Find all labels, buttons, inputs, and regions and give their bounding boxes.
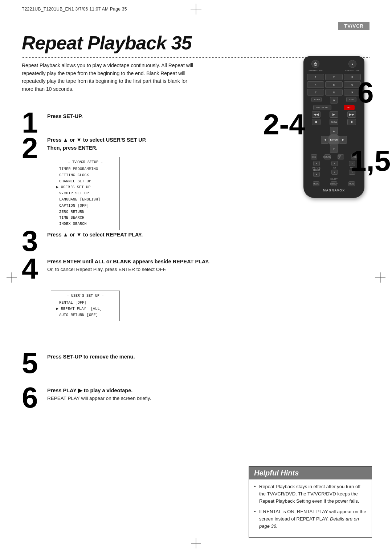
menu2-title: – USER'S SET UP – xyxy=(56,293,114,299)
menu1-title: – TV/VCR SETUP – xyxy=(56,159,114,165)
menu1-item-5: V-CHIP SET UP xyxy=(56,190,114,197)
btn-8[interactable]: 8 xyxy=(325,89,342,96)
menu1-item-3: CHANNEL SET UP xyxy=(56,178,114,185)
step-3-num: 3 xyxy=(22,227,38,256)
btn-1[interactable]: 1 xyxy=(307,74,324,80)
transport-row: ◀◀ ▶ ▶▶ xyxy=(307,111,361,118)
picture-up[interactable]: ▲ xyxy=(313,161,320,166)
open-close-btn[interactable]: ▲ OPEN/CLOSE xyxy=(348,60,356,68)
doc-ref: T2221UB_T1201UB_EN1 3/7/06 11:07 AM Page… xyxy=(22,7,127,12)
step-5-num: 5 xyxy=(22,349,38,378)
display-btn[interactable]: DISPLAY xyxy=(331,181,337,186)
standby-btn[interactable]: ⏻ STANDBY·ON xyxy=(311,60,319,68)
step-1-title: Press SET-UP. xyxy=(47,113,214,121)
crosshair-bottom xyxy=(191,538,201,548)
step-6-title: Press PLAY ▶ to play a videotape. xyxy=(47,387,214,395)
btn-9[interactable]: 9 xyxy=(344,89,361,96)
dpad-down[interactable]: ▼ xyxy=(330,145,338,153)
vol-up[interactable]: ▲ xyxy=(349,161,355,166)
menu1-item-1: TIMER PROGRAMMING xyxy=(56,166,114,172)
dpad: ▲ ◀ ENTER ▶ ▼ xyxy=(321,127,347,153)
rec-row: REC MODE REC xyxy=(307,105,361,110)
number-grid: 1 2 3 4 5 6 7 8 9 xyxy=(307,74,361,96)
crosshair-right xyxy=(375,272,385,283)
menu1-item-9: TIME SEARCH xyxy=(56,215,114,221)
step-3-title: Press ▲ or ▼ to select REPEAT PLAY. xyxy=(47,231,214,239)
slow-btn[interactable]: SLOW xyxy=(330,119,338,125)
stop-row: ■ SLOW ⏸ xyxy=(307,119,361,125)
remote-top-row: ⏻ STANDBY·ON ▲ OPEN/CLOSE xyxy=(307,60,361,68)
clear-btn[interactable]: CLEAR xyxy=(311,97,322,102)
remote: ⏻ STANDBY·ON ▲ OPEN/CLOSE 1 2 3 4 5 6 7 … xyxy=(303,56,364,198)
mode-btn[interactable]: MODE xyxy=(313,181,319,186)
step-5-title: Press SET-UP to remove the menu. xyxy=(47,353,214,361)
title-text: Repeat Playback xyxy=(22,32,166,53)
step-2-num: 2 xyxy=(22,134,38,163)
btn-7[interactable]: 7 xyxy=(307,89,324,96)
crosshair-left xyxy=(7,272,17,283)
dpad-container: ▲ ◀ ENTER ▶ ▼ xyxy=(307,127,361,153)
menu1-item-10: INDEX SEARCH xyxy=(56,221,114,227)
menu2-box: – USER'S SET UP – RENTAL [OFF] REPEAT PL… xyxy=(51,291,120,321)
rec-mode-btn[interactable]: REC MODE xyxy=(313,105,331,110)
title-btn[interactable]: TITLE xyxy=(351,154,358,159)
ch-up[interactable]: ▲ xyxy=(331,161,338,166)
hints-body: Repeat Playback stays in effect after yo… xyxy=(249,479,372,537)
btn-6[interactable]: 6 xyxy=(344,81,361,88)
menu1-item-7: CAPTION [OFF] xyxy=(56,203,114,209)
step-4-num: 4 xyxy=(22,254,38,283)
btn-5[interactable]: 5 xyxy=(325,81,342,88)
rewind-btn[interactable]: ◀◀ xyxy=(312,111,320,118)
intro-text: Repeat Playback allows you to play a vid… xyxy=(22,62,200,93)
step-6-body: REPEAT PLAY will appear on the screen br… xyxy=(47,395,214,402)
magnavox-brand: MAGNAVOX xyxy=(307,189,361,192)
btn-4[interactable]: 4 xyxy=(307,81,324,88)
step-2-block: Press ▲ or ▼ to select USER'S SET UP.The… xyxy=(47,136,214,152)
menu1-item-6: LANGUAGE [ENGLISH] xyxy=(56,197,114,203)
menu2-item-3: AUTO RETURN [OFF] xyxy=(56,312,114,318)
page-num: 35 xyxy=(171,32,192,53)
plus100-btn[interactable]: +100 xyxy=(346,97,356,102)
helpful-hints-box: Helpful Hints Repeat Playback stays in e… xyxy=(249,466,372,538)
page-container: T2221UB_T1201UB_EN1 3/7/06 11:07 AM Page… xyxy=(0,0,392,555)
rec-btn[interactable]: REC xyxy=(344,105,355,110)
fast-forward-btn[interactable]: ▶▶ xyxy=(347,111,356,118)
pause-btn[interactable]: ⏸ xyxy=(347,119,356,125)
return-btn[interactable]: RETURN xyxy=(324,154,331,159)
menu1-item-4: USER'S SET UP xyxy=(56,184,114,190)
special-row: CLEAR 0 +100 xyxy=(307,97,361,104)
play-btn[interactable]: ▶ xyxy=(330,111,338,118)
menu2-item-2: REPEAT PLAY –[ALL]– xyxy=(56,306,114,312)
overlay-2-4: 2-4 xyxy=(263,110,305,139)
disc-btn[interactable]: DISC xyxy=(311,154,317,159)
step-6-block: Press PLAY ▶ to play a videotape. REPEAT… xyxy=(47,387,214,402)
mute-btn[interactable]: MUTE xyxy=(348,181,355,186)
dpad-left[interactable]: ◀ xyxy=(321,136,329,144)
step-4-body: Or, to cancel Repeat Play, press ENTER t… xyxy=(47,266,214,273)
page-title: Repeat Playback 35 xyxy=(22,32,369,54)
return-setup-row: DISC RETURN SET-UP TITLE xyxy=(307,154,361,159)
picture-down[interactable]: ▼ xyxy=(313,172,320,177)
hint-2: If RENTAL is ON, RENTAL PLAY will appear… xyxy=(254,508,367,530)
dpad-right[interactable]: ▶ xyxy=(339,136,347,144)
btn-2[interactable]: 2 xyxy=(325,74,342,80)
step-1-block: Press SET-UP. xyxy=(47,113,214,121)
menu2-item-1: RENTAL [OFF] xyxy=(56,300,114,306)
remote-container: 2-4 1,5 6 ⏻ STANDBY·ON ▲ OPEN/CLOSE xyxy=(296,56,372,198)
crosshair-top xyxy=(191,4,201,15)
menu1-box: – TV/VCR SETUP – TIMER PROGRAMMING SETTI… xyxy=(51,157,120,230)
vol-down[interactable]: ▼ xyxy=(349,170,355,175)
dpad-up[interactable]: ▲ xyxy=(330,127,338,135)
stop-btn[interactable]: ■ xyxy=(312,119,320,125)
step-4-block: Press ENTER until ALL or BLANK appears b… xyxy=(47,258,214,273)
ch-down[interactable]: ▼ xyxy=(331,170,338,175)
setup-btn[interactable]: SET-UP xyxy=(338,154,344,159)
enter-btn[interactable]: ENTER xyxy=(329,135,339,145)
hint-1: Repeat Playback stays in effect after yo… xyxy=(254,483,367,505)
step-4-title: Press ENTER until ALL or BLANK appears b… xyxy=(47,258,214,266)
step-5-block: Press SET-UP to remove the menu. xyxy=(47,353,214,361)
step-3-block: Press ▲ or ▼ to select REPEAT PLAY. xyxy=(47,231,214,239)
btn-0[interactable]: 0 xyxy=(330,97,338,104)
btn-3[interactable]: 3 xyxy=(344,74,361,80)
menu1-item-8: ZERO RETURN xyxy=(56,209,114,215)
